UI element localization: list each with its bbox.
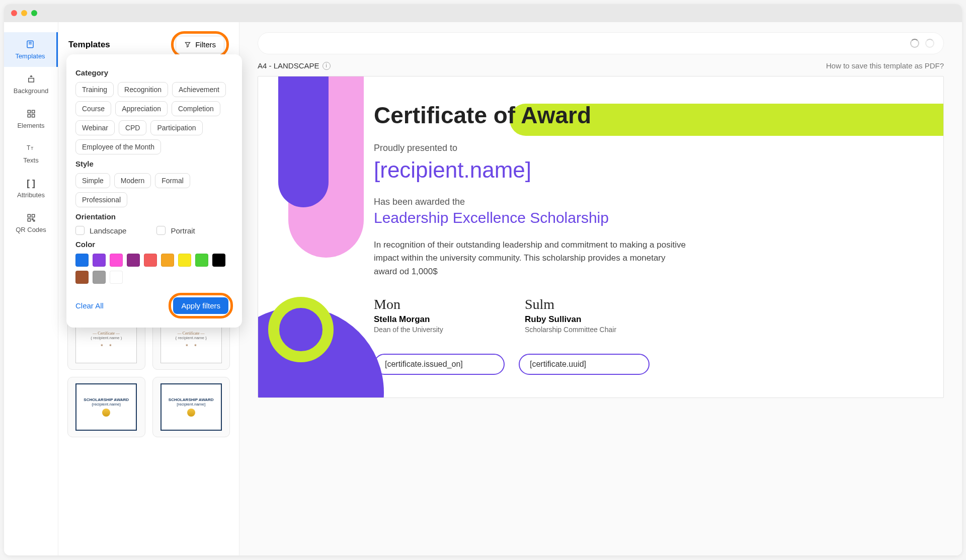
thumb-recipient: [recipient.name]: [177, 402, 205, 407]
maximize-dot[interactable]: [31, 10, 37, 16]
svg-text:T: T: [31, 146, 33, 151]
chip-simple[interactable]: Simple: [75, 173, 110, 188]
nav-templates[interactable]: Templates: [4, 32, 58, 67]
svg-rect-4: [32, 115, 34, 117]
swatch-gray[interactable]: [93, 271, 106, 284]
filters-button[interactable]: Filters: [176, 36, 224, 53]
attributes-icon: [ ]: [26, 178, 36, 188]
loading-spinner-icon: [910, 39, 919, 48]
templates-icon: [25, 39, 35, 49]
chip-appreciation[interactable]: Appreciation: [115, 101, 168, 116]
nav-label: Elements: [17, 122, 44, 129]
chip-course[interactable]: Course: [75, 101, 111, 116]
nav-attributes[interactable]: [ ] Attributes: [4, 171, 58, 206]
orientation-portrait[interactable]: Portrait: [156, 226, 195, 235]
panel-title: Templates: [68, 40, 110, 50]
nav-elements[interactable]: Elements: [4, 102, 58, 136]
chip-completion[interactable]: Completion: [172, 101, 220, 116]
chip-cpd[interactable]: CPD: [119, 120, 147, 135]
thumb-title: SCHOLARSHIP AWARD: [84, 397, 129, 402]
filters-dropdown: Category Training Recognition Achievemen…: [66, 54, 242, 328]
nav-label: Background: [14, 87, 48, 95]
chip-recognition[interactable]: Recognition: [118, 82, 168, 97]
swatch-blue[interactable]: [75, 254, 89, 267]
color-grid: [75, 254, 233, 284]
category-title: Category: [75, 68, 233, 77]
decor-lime-ring: [268, 297, 334, 362]
signature-1-name: Stella Morgan: [374, 314, 474, 325]
cert-title-pre: Certificate of: [374, 102, 521, 128]
recipient-name: [recipient.name]: [374, 157, 913, 183]
swatch-violet[interactable]: [127, 254, 140, 267]
decor-purple-pill: [278, 76, 329, 207]
thumb-inner: SCHOLARSHIP AWARD {recipient.name}: [75, 383, 137, 431]
template-thumb-4[interactable]: SCHOLARSHIP AWARD [recipient.name]: [152, 377, 230, 437]
loading-spinner-icon: [925, 39, 934, 48]
swatch-yellow[interactable]: [178, 254, 191, 267]
close-dot[interactable]: [11, 10, 17, 16]
templates-panel: Templates Filters Category Training Reco…: [58, 22, 239, 555]
swatch-brown[interactable]: [75, 271, 89, 284]
swatch-orange[interactable]: [161, 254, 174, 267]
chip-achievement[interactable]: Achievement: [172, 82, 226, 97]
checkbox-portrait[interactable]: [156, 226, 166, 235]
nav-label: Texts: [23, 156, 38, 164]
side-nav: Templates Background Elements TT Texts: [4, 22, 58, 555]
app-body: Templates Background Elements TT Texts: [4, 22, 962, 555]
swatch-purple[interactable]: [93, 254, 106, 267]
scholarship-name: Leadership Excellence Scholarship: [374, 209, 913, 226]
orientation-landscape[interactable]: Landscape: [75, 226, 126, 235]
orientation-portrait-label: Portrait: [171, 226, 195, 235]
issued-on-attr: [certificate.issued_on]: [374, 354, 505, 375]
canvas-size: A4 - LANDSCAPE i: [258, 61, 331, 70]
chip-webinar[interactable]: Webinar: [75, 120, 115, 135]
svg-rect-2: [32, 110, 34, 113]
info-icon[interactable]: i: [323, 62, 331, 70]
orientation-landscape-label: Landscape: [90, 226, 126, 235]
nav-label: Templates: [15, 52, 45, 60]
minimize-dot[interactable]: [21, 10, 27, 16]
checkbox-landscape[interactable]: [75, 226, 85, 235]
filters-button-label: Filters: [195, 40, 216, 49]
elements-icon: [26, 109, 36, 119]
swatch-pink[interactable]: [110, 254, 123, 267]
canvas-meta: A4 - LANDSCAPE i How to save this templa…: [258, 61, 944, 70]
svg-rect-7: [28, 214, 30, 217]
signature-1-script: Mon: [374, 296, 474, 312]
chip-formal[interactable]: Formal: [155, 173, 190, 188]
nav-background[interactable]: Background: [4, 67, 58, 102]
help-link[interactable]: How to save this template as PDF?: [826, 61, 944, 70]
swatch-green[interactable]: [195, 254, 208, 267]
orientation-row: Landscape Portrait: [75, 226, 233, 235]
app-window: Templates Background Elements TT Texts: [4, 4, 962, 555]
apply-filters-button[interactable]: Apply filters: [173, 297, 228, 314]
titlebar: [4, 4, 962, 22]
swatch-white[interactable]: [110, 271, 123, 284]
medal-icon: [187, 409, 195, 417]
template-thumb-3[interactable]: SCHOLARSHIP AWARD {recipient.name}: [67, 377, 145, 437]
signature-1: Mon Stella Morgan Dean of the University: [374, 296, 474, 334]
texts-icon: TT: [26, 143, 36, 153]
chip-participation[interactable]: Participation: [150, 120, 202, 135]
chip-eom[interactable]: Employee of the Month: [75, 139, 161, 154]
nav-qr[interactable]: QR Codes: [4, 206, 58, 241]
chip-professional[interactable]: Professional: [75, 192, 127, 207]
swatch-black[interactable]: [212, 254, 225, 267]
nav-label: QR Codes: [16, 226, 46, 233]
certificate-canvas[interactable]: Certificate of Award Proudly presented t…: [258, 76, 944, 398]
style-chips: Simple Modern Formal Professional: [75, 173, 233, 207]
cert-title-accent: Award: [521, 102, 591, 128]
attribute-row: [certificate.issued_on] [certificate.uui…: [374, 354, 913, 375]
svg-rect-1: [28, 110, 30, 113]
canvas-area: A4 - LANDSCAPE i How to save this templa…: [239, 22, 962, 555]
signature-1-role: Dean of the University: [374, 326, 474, 334]
thumb-title: SCHOLARSHIP AWARD: [169, 397, 214, 402]
nav-texts[interactable]: TT Texts: [4, 136, 58, 171]
swatch-red[interactable]: [144, 254, 157, 267]
signature-2-script: Sulm: [525, 296, 625, 312]
chip-training[interactable]: Training: [75, 82, 114, 97]
clear-all-link[interactable]: Clear All: [75, 301, 104, 310]
chip-modern[interactable]: Modern: [114, 173, 151, 188]
thumb-recipient: {recipient.name}: [92, 402, 121, 407]
filters-footer: Clear All Apply filters: [75, 293, 233, 318]
